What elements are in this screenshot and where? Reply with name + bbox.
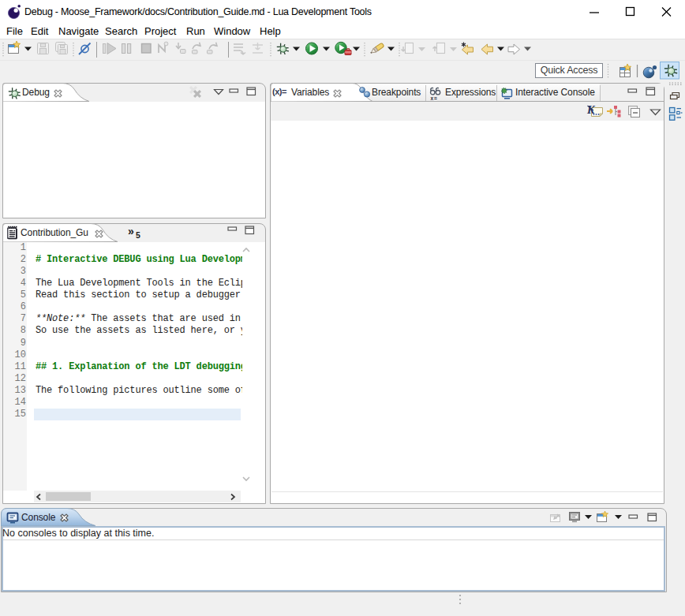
svg-text:=: = — [434, 95, 437, 101]
svg-text:x: x — [431, 95, 434, 101]
